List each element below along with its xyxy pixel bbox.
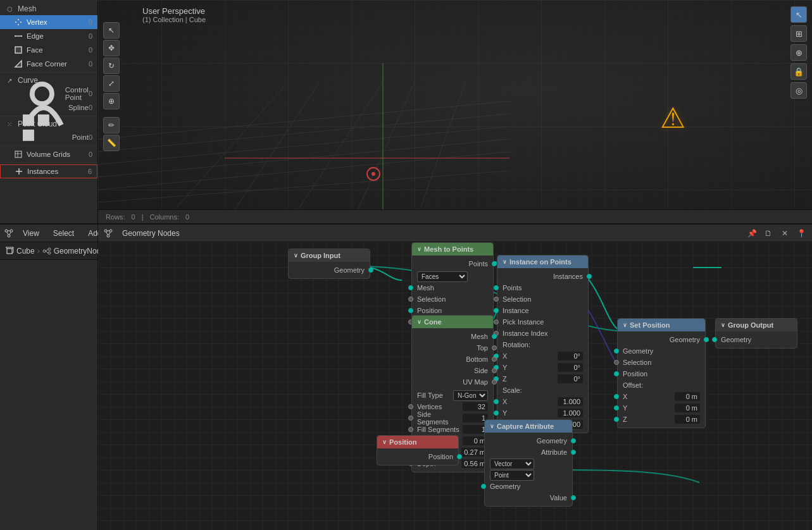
go-geo-row: Geometry xyxy=(721,334,792,345)
annotate-tool-btn[interactable]: ✏ xyxy=(103,117,120,133)
separator: | xyxy=(142,213,144,221)
volume-label: Volume Grids xyxy=(27,151,89,158)
attr-row-face[interactable]: Face 0 xyxy=(0,43,97,57)
attr-row-face-corner[interactable]: Face Corner 0 xyxy=(0,57,97,71)
group-output-node[interactable]: ∨ Group Output Geometry xyxy=(715,318,797,348)
svg-point-34 xyxy=(372,172,375,176)
sp-ox-val[interactable]: 0 m xyxy=(675,392,700,401)
cone-side-label: Side xyxy=(417,367,488,374)
iop-header: ∨ Instance on Points xyxy=(497,256,588,268)
iop-scale-y-val[interactable]: 1.000 xyxy=(558,409,583,417)
iop-scale-x-val[interactable]: 1.000 xyxy=(558,397,583,406)
cone-verts-val[interactable]: 32 xyxy=(463,402,488,411)
ca-title: Capture Attribute xyxy=(497,422,554,430)
face-corner-icon xyxy=(14,59,23,68)
pos-header: ∨ Position xyxy=(377,436,458,448)
control-point-label: Control Point xyxy=(65,86,89,101)
mtp-sel-label: Selection xyxy=(417,295,488,303)
node-editor-type-btn[interactable] xyxy=(4,227,14,240)
sp-oy-row: Y 0 m xyxy=(623,402,700,414)
svg-point-47 xyxy=(43,250,46,252)
warning-cone: ⚠ xyxy=(660,101,685,135)
instances-label: Instances xyxy=(27,168,88,175)
measure-tool-btn[interactable]: 📏 xyxy=(103,135,120,151)
breadcrumb-cube[interactable]: Cube xyxy=(5,247,35,256)
viewport-shading-btn[interactable]: ⊞ xyxy=(790,25,807,42)
ca-attr-out-label: Attribute xyxy=(490,448,567,456)
iop-rot-header: Rotation: xyxy=(503,339,583,350)
face-count: 0 xyxy=(89,46,92,54)
iop-rot-y-row: Y 0° xyxy=(503,362,583,373)
volume-count: 0 xyxy=(89,151,92,158)
attr-row-edge[interactable]: Edge 0 xyxy=(0,29,97,43)
pos-title: Position xyxy=(389,438,416,446)
ca-type-select[interactable]: Vector xyxy=(490,459,534,469)
node-editor-type-icon-btn[interactable] xyxy=(102,227,115,240)
bottom-section: View Select Add Node Cube › xyxy=(0,225,812,530)
point-label: Point xyxy=(72,133,89,141)
attr-row-point[interactable]: Point 0 xyxy=(0,130,97,144)
iop-rot-z-val[interactable]: 0° xyxy=(558,374,583,383)
pin-2-icon-btn[interactable]: 📍 xyxy=(794,226,808,240)
set-position-node[interactable]: ∨ Set Position Geometry Geometry Selecti… xyxy=(617,318,706,428)
cone-filltype-select[interactable]: N-Gon xyxy=(453,390,488,401)
attr-row-instances[interactable]: Instances 6 xyxy=(0,164,97,178)
iop-pick-label: Pick Instance xyxy=(503,318,583,326)
close-node-tree-btn[interactable]: ✕ xyxy=(778,226,792,240)
edge-icon xyxy=(14,32,23,40)
node-canvas[interactable]: ∨ Group Input Geometry ∨ Mesh to Points xyxy=(98,242,812,530)
face-label: Face xyxy=(27,46,89,54)
iop-points-label: Points xyxy=(503,284,583,292)
node-editor-title: Geometry Nodes xyxy=(117,229,742,238)
attr-row-vertex[interactable]: Vertex 0 xyxy=(0,15,97,29)
cursor-tool-btn[interactable]: ↖ xyxy=(103,22,120,39)
svg-point-36 xyxy=(10,230,13,232)
capture-attribute-node[interactable]: ∨ Capture Attribute Geometry Attribute V… xyxy=(484,419,573,507)
svg-line-59 xyxy=(109,232,110,235)
iop-scale-y-socket xyxy=(494,410,499,416)
mtp-points-socket xyxy=(492,261,497,266)
rotate-tool-btn[interactable]: ↻ xyxy=(103,58,120,74)
iop-sel-label: Selection xyxy=(503,295,583,303)
viewport-3d[interactable]: ⚠ User Perspective (1) Collection | Cube… xyxy=(98,0,812,223)
sp-oz-val[interactable]: 0 m xyxy=(675,415,700,424)
svg-rect-2 xyxy=(18,19,19,20)
scale-tool-btn[interactable]: ⤢ xyxy=(103,75,120,92)
viewport-left-toolbar: ↖ ✥ ↻ ⤢ ⊕ ✏ 📏 xyxy=(103,22,120,151)
iop-points-row: Points xyxy=(503,282,583,293)
position-node[interactable]: ∨ Position Position xyxy=(377,435,459,465)
cone-mesh-out: Mesh xyxy=(417,331,488,342)
svg-rect-41 xyxy=(7,249,12,254)
sp-oy-val[interactable]: 0 m xyxy=(675,404,700,412)
mtp-faces-select[interactable]: Faces xyxy=(417,271,468,282)
select-mode-btn[interactable]: ↖ xyxy=(790,6,807,23)
ca-value-out-socket xyxy=(571,495,576,500)
svg-line-39 xyxy=(7,232,8,235)
volume-icon xyxy=(14,150,23,159)
pin-icon-btn[interactable]: 📌 xyxy=(745,226,759,240)
group-input-collapse: ∨ xyxy=(294,252,298,259)
ca-geo-in-label: Geometry xyxy=(490,483,567,490)
mtp-mesh-row: Mesh xyxy=(417,282,488,293)
mtp-sel-socket xyxy=(408,297,413,302)
iop-rot-x-val[interactable]: 0° xyxy=(558,352,583,361)
move-tool-btn[interactable]: ✥ xyxy=(103,40,120,56)
proportional-edit-btn[interactable]: ◎ xyxy=(790,82,807,99)
transform-tool-btn[interactable]: ⊕ xyxy=(103,93,120,109)
pivot-point-btn[interactable]: ⊕ xyxy=(790,44,807,61)
group-input-node[interactable]: ∨ Group Input Geometry xyxy=(288,249,370,279)
select-menu-btn[interactable]: Select xyxy=(48,228,79,239)
iop-inst-label: Instance xyxy=(503,307,583,314)
sp-collapse: ∨ xyxy=(623,322,627,328)
view-menu-btn[interactable]: View xyxy=(18,228,44,239)
svg-rect-5 xyxy=(15,35,16,37)
ca-domain-select[interactable]: Point xyxy=(490,470,534,481)
mesh-section-header[interactable]: ⬡ Mesh xyxy=(0,3,97,15)
snap-btn[interactable]: 🔒 xyxy=(790,63,807,80)
instance-on-points-node[interactable]: ∨ Instance on Points Instances Points Se… xyxy=(497,255,589,433)
vertex-count: 0 xyxy=(89,18,92,26)
new-node-tree-btn[interactable]: 🗋 xyxy=(761,226,775,240)
svg-line-51 xyxy=(46,251,48,253)
iop-rot-y-val[interactable]: 0° xyxy=(558,363,583,372)
cone-bot-socket xyxy=(492,357,497,362)
